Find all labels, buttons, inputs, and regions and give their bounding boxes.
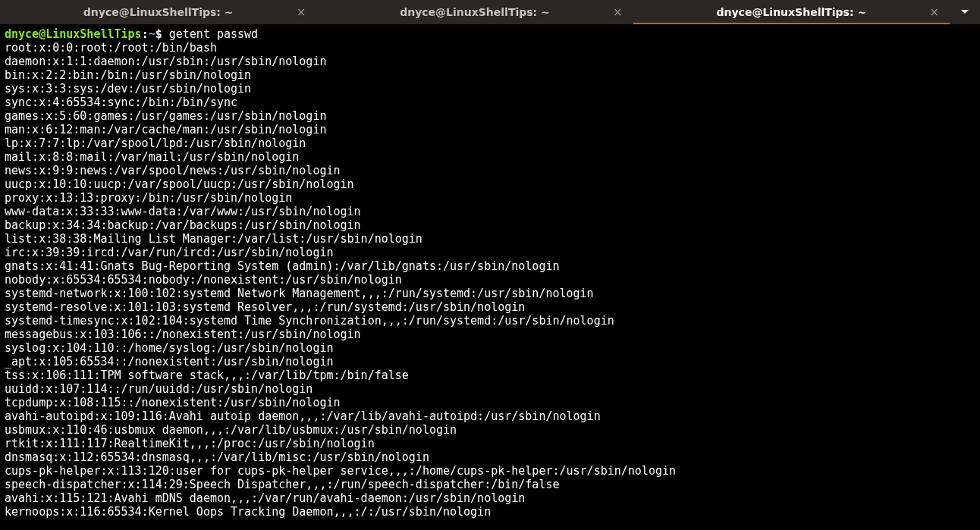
command-text: getent passwd [169,27,258,41]
tab-title: dnyce@LinuxShellTips: ~ [717,6,867,18]
menu-button[interactable] [950,0,980,24]
output-line: dnsmasq:x:112:65534:dnsmasq,,,:/var/lib/… [5,450,429,464]
prompt-path: ~ [149,27,155,41]
output-line: _apt:x:105:65534::/nonexistent:/usr/sbin… [5,355,333,368]
prompt-user-host: dnyce@LinuxShellTips [5,27,142,41]
output-line: systemd-network:x:100:102:systemd Networ… [5,287,594,300]
close-icon[interactable]: × [929,5,939,19]
output-line: uuidd:x:107:114::/run/uuidd:/usr/sbin/no… [5,382,313,396]
output-line: list:x:38:38:Mailing List Manager:/var/l… [5,232,422,246]
output-line: systemd-timesync:x:102:104:systemd Time … [5,314,614,328]
output-line: syslog:x:104:110::/home/syslog:/usr/sbin… [5,341,333,355]
output-line: games:x:5:60:games:/usr/games:/usr/sbin/… [5,109,326,123]
output-line: backup:x:34:34:backup:/var/backups:/usr/… [5,218,361,232]
output-line: man:x:6:12:man:/var/cache/man:/usr/sbin/… [5,123,326,136]
close-icon[interactable]: × [297,5,306,19]
output-line: uucp:x:10:10:uucp:/var/spool/uucp:/usr/s… [5,177,354,191]
output-line: mail:x:8:8:mail:/var/mail:/usr/sbin/nolo… [5,150,299,164]
tab-2[interactable]: dnyce@LinuxShellTips: ~ × [633,0,950,24]
tab-0[interactable]: dnyce@LinuxShellTips: ~ × [0,0,316,24]
output-line: rtkit:x:111:117:RealtimeKit,,,:/proc:/us… [5,437,375,450]
output-line: speech-dispatcher:x:114:29:Speech Dispat… [5,478,560,491]
output-line: avahi:x:115:121:Avahi mDNS daemon,,,:/va… [5,491,525,505]
close-icon[interactable]: × [613,5,623,19]
tab-title: dnyce@LinuxShellTips: ~ [400,6,550,18]
prompt-separator: : [142,27,149,41]
output-line: kernoops:x:116:65534:Kernel Oops Trackin… [5,505,491,519]
chevron-down-icon [960,8,969,17]
output-line: avahi-autoipd:x:109:116:Avahi autoip dae… [5,409,601,423]
output-line: sys:x:3:3:sys:/dev:/usr/sbin/nologin [5,82,251,96]
output-line: usbmux:x:110:46:usbmux daemon,,,:/var/li… [5,423,457,437]
tab-title: dnyce@LinuxShellTips: ~ [83,6,234,18]
output-line: www-data:x:33:33:www-data:/var/www:/usr/… [5,205,361,218]
terminal-area[interactable]: dnyce@LinuxShellTips:~$ getent passwd ro… [0,24,980,523]
output-line: sync:x:4:65534:sync:/bin:/bin/sync [5,96,237,109]
output-line: gnats:x:41:41:Gnats Bug-Reporting System… [5,259,560,273]
output-line: root:x:0:0:root:/root:/bin/bash [5,41,217,55]
tab-1[interactable]: dnyce@LinuxShellTips: ~ × [316,0,633,24]
prompt-symbol: $ [155,27,162,41]
output-line: tcpdump:x:108:115::/nonexistent:/usr/sbi… [5,396,341,409]
output-line: proxy:x:13:13:proxy:/bin:/usr/sbin/nolog… [5,191,292,205]
output-line: daemon:x:1:1:daemon:/usr/sbin:/usr/sbin/… [5,55,326,68]
output-line: messagebus:x:103:106::/nonexistent:/usr/… [5,328,361,341]
output-line: nobody:x:65534:65534:nobody:/nonexistent… [5,273,402,287]
output-line: lp:x:7:7:lp:/var/spool/lpd:/usr/sbin/nol… [5,136,306,150]
output-line: systemd-resolve:x:101:103:systemd Resolv… [5,300,525,314]
output-line: cups-pk-helper:x:113:120:user for cups-p… [5,464,676,478]
output-line: tss:x:106:111:TPM software stack,,,:/var… [5,368,409,382]
output-line: irc:x:39:39:ircd:/var/run/ircd:/usr/sbin… [5,246,333,259]
titlebar: dnyce@LinuxShellTips: ~ × dnyce@LinuxShe… [0,0,980,24]
output-line: news:x:9:9:news:/var/spool/news:/usr/sbi… [5,164,341,177]
output-line: bin:x:2:2:bin:/bin:/usr/sbin/nologin [5,68,251,82]
